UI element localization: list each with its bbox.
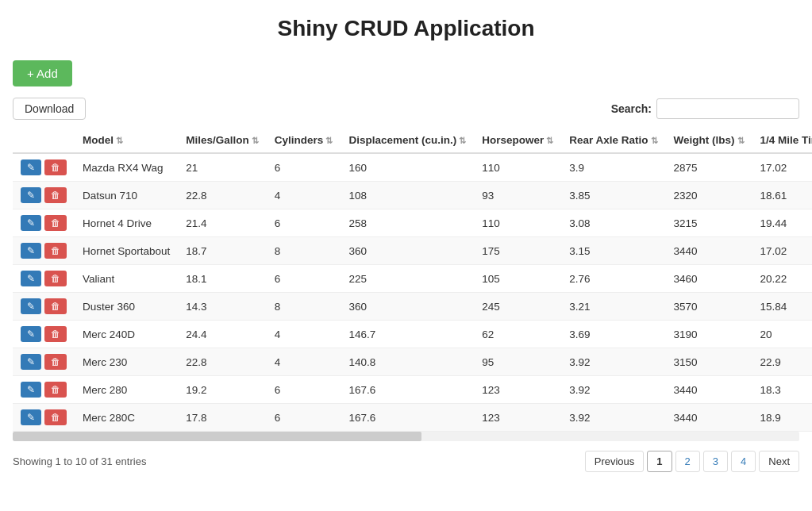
delete-button[interactable]: 🗑 (44, 354, 67, 370)
edit-button[interactable]: ✎ (21, 215, 41, 231)
cell-model: Merc 230 (75, 348, 178, 376)
cell-wt: 3440 (666, 237, 752, 265)
cell-wt: 3440 (666, 404, 752, 432)
edit-button[interactable]: ✎ (21, 271, 41, 286)
cell-wt: 3440 (666, 376, 752, 404)
cell-drat: 3.69 (561, 321, 665, 348)
sort-icon: ⇅ (325, 136, 333, 146)
edit-button[interactable]: ✎ (21, 354, 41, 370)
cell-cyl: 8 (267, 293, 341, 321)
cell-disp: 140.8 (341, 348, 474, 376)
sort-icon: ⇅ (459, 136, 466, 146)
search-area: Search: (611, 98, 799, 119)
page-title: Shiny CRUD Application (0, 0, 812, 54)
pagination-previous[interactable]: Previous (585, 451, 645, 472)
cell-disp: 360 (341, 237, 474, 265)
col-header-cyl[interactable]: Cylinders⇅ (267, 128, 341, 153)
delete-button[interactable]: 🗑 (44, 271, 67, 286)
search-label: Search: (611, 102, 652, 115)
sort-icon: ⇅ (737, 136, 745, 146)
pagination-page-2[interactable]: 2 (675, 451, 700, 472)
pagination-page-1[interactable]: 1 (647, 451, 672, 472)
edit-button[interactable]: ✎ (21, 187, 41, 203)
col-header-disp[interactable]: Displacement (cu.in.)⇅ (341, 128, 474, 153)
cell-qsec: 20 (752, 321, 813, 348)
pagination-page-4[interactable]: 4 (731, 451, 756, 472)
action-cell: ✎🗑 (13, 404, 75, 432)
delete-button[interactable]: 🗑 (44, 187, 67, 203)
cell-qsec: 18.61 (752, 182, 813, 209)
cell-mpg: 17.8 (178, 404, 267, 432)
col-header-qsec[interactable]: 1/4 Mile Time⇅ (752, 128, 813, 153)
delete-button[interactable]: 🗑 (44, 215, 67, 231)
cell-model: Datsun 710 (75, 182, 178, 209)
delete-button[interactable]: 🗑 (44, 382, 67, 398)
cell-qsec: 20.22 (752, 265, 813, 293)
cell-disp: 167.6 (341, 376, 474, 404)
download-button[interactable]: Download (13, 98, 86, 120)
col-header-drat[interactable]: Rear Axle Ratio⇅ (561, 128, 665, 153)
cell-drat: 3.21 (561, 293, 665, 321)
col-header-mpg[interactable]: Miles/Gallon⇅ (178, 128, 267, 153)
cell-cyl: 8 (267, 237, 341, 265)
action-cell: ✎🗑 (13, 321, 75, 348)
cell-hp: 93 (474, 182, 561, 209)
cell-drat: 3.92 (561, 376, 665, 404)
cell-mpg: 14.3 (178, 293, 267, 321)
edit-button[interactable]: ✎ (21, 159, 41, 175)
cell-mpg: 21.4 (178, 209, 267, 237)
action-cell: ✎🗑 (13, 348, 75, 376)
col-header-wt[interactable]: Weight (lbs)⇅ (666, 128, 752, 153)
delete-button[interactable]: 🗑 (44, 326, 67, 342)
search-input[interactable] (656, 98, 799, 119)
cell-hp: 110 (474, 153, 561, 182)
col-header-hp[interactable]: Horsepower⇅ (474, 128, 561, 153)
edit-button[interactable]: ✎ (21, 298, 41, 314)
cell-wt: 2320 (666, 182, 752, 209)
sort-icon: ⇅ (116, 136, 123, 146)
col-header-actions (13, 128, 75, 153)
scrollbar[interactable] (13, 432, 799, 441)
cell-qsec: 17.02 (752, 237, 813, 265)
cell-hp: 245 (474, 293, 561, 321)
cell-hp: 110 (474, 209, 561, 237)
cell-cyl: 6 (267, 209, 341, 237)
table-row: ✎🗑Mazda RX4 Wag2161601103.9287517.02S (13, 153, 812, 182)
delete-button[interactable]: 🗑 (44, 159, 67, 175)
edit-button[interactable]: ✎ (21, 243, 41, 259)
action-cell: ✎🗑 (13, 293, 75, 321)
cell-hp: 95 (474, 348, 561, 376)
edit-button[interactable]: ✎ (21, 326, 41, 342)
action-cell: ✎🗑 (13, 182, 75, 209)
action-cell: ✎🗑 (13, 265, 75, 293)
toolbar2: Download Search: (0, 93, 812, 128)
cell-drat: 2.76 (561, 265, 665, 293)
cell-cyl: 6 (267, 376, 341, 404)
cell-mpg: 19.2 (178, 376, 267, 404)
cell-model: Valiant (75, 265, 178, 293)
edit-button[interactable]: ✎ (21, 382, 41, 398)
action-cell: ✎🗑 (13, 153, 75, 182)
cell-wt: 3460 (666, 265, 752, 293)
pagination-next[interactable]: Next (759, 451, 799, 472)
add-button[interactable]: + Add (13, 60, 72, 86)
cell-hp: 175 (474, 237, 561, 265)
cell-drat: 3.08 (561, 209, 665, 237)
cell-qsec: 19.44 (752, 209, 813, 237)
cell-model: Merc 280C (75, 404, 178, 432)
delete-button[interactable]: 🗑 (44, 409, 67, 425)
table-row: ✎🗑Merc 23022.84140.8953.92315022.9S (13, 348, 812, 376)
action-cell: ✎🗑 (13, 237, 75, 265)
delete-button[interactable]: 🗑 (44, 298, 67, 314)
pagination-page-3[interactable]: 3 (703, 451, 728, 472)
edit-button[interactable]: ✎ (21, 409, 41, 425)
cell-wt: 2875 (666, 153, 752, 182)
cell-wt: 3150 (666, 348, 752, 376)
cell-disp: 146.7 (341, 321, 474, 348)
table-body: ✎🗑Mazda RX4 Wag2161601103.9287517.02S✎🗑D… (13, 153, 812, 432)
cell-drat: 3.92 (561, 348, 665, 376)
cell-wt: 3190 (666, 321, 752, 348)
table-row: ✎🗑Duster 36014.383602453.21357015.84S (13, 293, 812, 321)
col-header-model[interactable]: Model⇅ (75, 128, 178, 153)
delete-button[interactable]: 🗑 (44, 243, 67, 259)
